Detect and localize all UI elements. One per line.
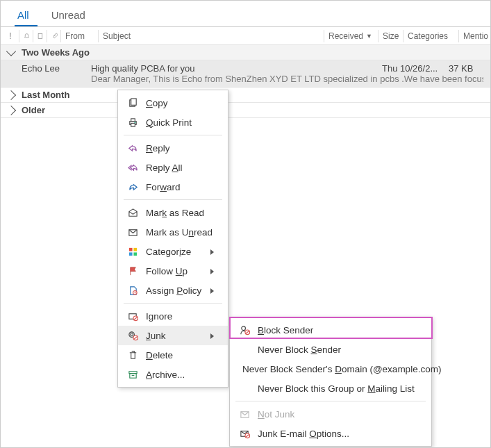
attachment-icon[interactable] (47, 30, 58, 42)
junk-options-icon (237, 429, 252, 439)
message-size: 37 KB (449, 63, 483, 74)
submenu-arrow-icon (210, 331, 214, 341)
chevron-down-icon (6, 46, 16, 56)
menu-label: Archive... (146, 370, 214, 380)
col-subject[interactable]: Subject (98, 30, 324, 42)
menu-copy[interactable]: Copy (118, 93, 228, 113)
reply-icon (125, 143, 140, 154)
group-label: Last Month (22, 90, 69, 100)
menu-label: Follow Up (146, 266, 210, 276)
svg-rect-5 (131, 123, 135, 126)
menu-separator (235, 401, 426, 401)
menu-mark-read[interactable]: Mark as Read (118, 203, 228, 222)
svg-point-6 (134, 122, 135, 123)
menu-label: Junk E-mail Options... (258, 429, 417, 439)
submenu-block-sender[interactable]: Block Sender (230, 320, 431, 340)
menu-assign-policy[interactable]: Assign Policy (118, 281, 228, 300)
menu-label: Mark as Read (146, 208, 214, 218)
envelope-open-icon (125, 208, 140, 218)
item-type-icon[interactable] (33, 30, 44, 42)
submenu-not-junk: Not Junk (230, 404, 431, 424)
menu-label: Never Block Sender (258, 345, 417, 355)
policy-icon (125, 285, 140, 296)
message-from: Echo Lee (22, 63, 91, 74)
menu-label: Quick Print (146, 117, 214, 128)
chevron-right-icon (6, 105, 16, 115)
svg-rect-11 (133, 252, 137, 256)
chevron-right-icon (6, 90, 16, 99)
filter-tabs: All Unread (1, 1, 490, 27)
reminder-icon[interactable] (19, 30, 30, 42)
reply-all-icon (125, 163, 140, 173)
envelope-icon (125, 227, 140, 238)
svg-rect-4 (131, 118, 135, 121)
forward-icon (125, 182, 140, 192)
message-preview: Dear Manager, This is Echo from ShenZhen… (22, 74, 483, 84)
menu-label: Mark as Unread (146, 227, 214, 238)
menu-label: Categorize (146, 247, 210, 257)
block-sender-icon (237, 325, 252, 335)
menu-separator (124, 135, 222, 135)
menu-ignore[interactable]: Ignore (118, 306, 228, 326)
junk-icon (125, 331, 140, 341)
svg-rect-10 (128, 252, 132, 256)
col-categories[interactable]: Categories (403, 30, 458, 42)
print-icon (125, 117, 140, 128)
menu-archive[interactable]: Archive... (118, 365, 228, 384)
col-mentions[interactable]: Mentio (458, 30, 490, 42)
submenu-arrow-icon (210, 285, 214, 296)
svg-point-17 (130, 333, 133, 335)
column-headers: ! From Subject Received ▼ Size Categorie… (1, 27, 490, 45)
group-two-weeks-ago[interactable]: Two Weeks Ago (1, 45, 490, 60)
menu-label: Block Sender (258, 325, 417, 335)
menu-label: Assign Policy (146, 285, 210, 296)
message-row[interactable]: Echo Lee High quality PCBA for you Thu 1… (1, 60, 490, 88)
menu-label: Delete (146, 350, 214, 360)
col-received[interactable]: Received ▼ (324, 30, 378, 42)
menu-label: Never Block Sender's Domain (@example.co… (242, 364, 441, 374)
svg-point-23 (241, 326, 245, 330)
menu-label: Ignore (146, 311, 214, 322)
menu-label: Not Junk (258, 409, 417, 420)
categorize-icon (125, 247, 140, 257)
archive-icon (125, 370, 140, 380)
col-size[interactable]: Size (378, 30, 403, 42)
menu-categorize[interactable]: Categorize (118, 242, 228, 261)
message-subject: High quality PCBA for you (91, 63, 382, 74)
menu-label: Reply All (146, 163, 214, 173)
menu-label: Forward (146, 182, 214, 192)
context-menu: Copy Quick Print Reply Reply All Forward… (117, 90, 228, 388)
menu-forward[interactable]: Forward (118, 177, 228, 197)
group-older[interactable]: Older (1, 103, 490, 118)
group-last-month[interactable]: Last Month (1, 88, 490, 103)
svg-rect-8 (128, 247, 132, 251)
flag-icon (125, 266, 140, 276)
menu-separator (124, 303, 222, 304)
menu-mark-unread[interactable]: Mark as Unread (118, 222, 228, 242)
submenu-junk-options[interactable]: Junk E-mail Options... (230, 424, 431, 443)
menu-quick-print[interactable]: Quick Print (118, 113, 228, 132)
menu-reply[interactable]: Reply (118, 138, 228, 158)
menu-label: Junk (146, 331, 210, 341)
menu-label: Reply (146, 143, 214, 154)
tab-unread[interactable]: Unread (49, 5, 94, 26)
tab-all[interactable]: All (15, 5, 38, 26)
menu-reply-all[interactable]: Reply All (118, 158, 228, 177)
sort-desc-icon: ▼ (366, 33, 372, 40)
delete-icon (125, 350, 140, 360)
menu-delete[interactable]: Delete (118, 345, 228, 365)
menu-junk[interactable]: Junk (118, 326, 228, 345)
ignore-icon (125, 311, 140, 322)
svg-rect-0 (38, 33, 42, 38)
col-from[interactable]: From (60, 30, 98, 42)
copy-icon (125, 98, 140, 108)
svg-rect-9 (133, 247, 137, 251)
submenu-never-block-group[interactable]: Never Block this Group or Mailing List (230, 379, 431, 398)
submenu-arrow-icon (210, 247, 214, 257)
menu-follow-up[interactable]: Follow Up (118, 261, 228, 281)
submenu-never-block-sender[interactable]: Never Block Sender (230, 340, 431, 359)
not-junk-icon (237, 409, 252, 420)
importance-icon[interactable]: ! (5, 31, 16, 41)
submenu-never-block-domain[interactable]: Never Block Sender's Domain (@example.co… (230, 359, 431, 379)
junk-submenu: Block Sender Never Block Sender Never Bl… (229, 317, 432, 447)
